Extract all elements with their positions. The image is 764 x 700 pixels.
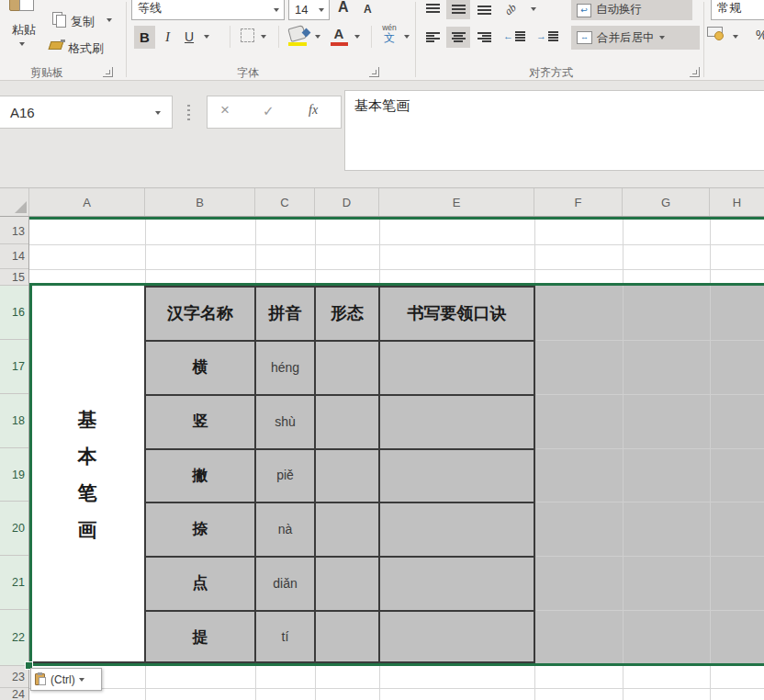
header-cell-B16[interactable]: 汉字名称 xyxy=(145,286,255,340)
cell-H19[interactable] xyxy=(710,448,764,502)
decrease-indent-button[interactable]: ← xyxy=(503,30,525,41)
column-header-F[interactable]: F xyxy=(534,188,623,217)
paste-caret-icon[interactable] xyxy=(19,42,25,46)
cell-E17[interactable] xyxy=(379,340,534,394)
column-header-B[interactable]: B xyxy=(145,188,255,217)
cell-H16[interactable] xyxy=(710,286,764,340)
cell-D18[interactable] xyxy=(315,394,379,448)
row-header-17[interactable]: 17 xyxy=(0,340,29,394)
row-header-15[interactable]: 15 xyxy=(0,269,29,286)
column-header-H[interactable]: H xyxy=(710,188,764,217)
enter-button[interactable]: ✓ xyxy=(263,103,275,119)
name-box-drag-dots-icon[interactable] xyxy=(187,105,190,121)
cell-B22[interactable]: 提 xyxy=(145,610,255,663)
cell-C20[interactable]: nà xyxy=(255,502,315,556)
column-header-A[interactable]: A xyxy=(29,188,145,217)
row-header-18[interactable]: 18 xyxy=(0,394,29,448)
cell-F18[interactable] xyxy=(534,394,623,448)
insert-function-button[interactable]: fx xyxy=(309,103,318,118)
paste-button[interactable]: 粘贴 xyxy=(6,22,42,39)
row-header-24[interactable]: 24 xyxy=(0,688,29,700)
cell-H21[interactable] xyxy=(710,556,764,610)
borders-caret-icon[interactable] xyxy=(261,35,266,39)
empty-cells-region-bottom[interactable] xyxy=(29,666,764,700)
row-header-21[interactable]: 21 xyxy=(0,556,29,610)
bold-button[interactable]: B xyxy=(134,26,155,49)
cell-F22[interactable] xyxy=(534,610,623,663)
cell-D19[interactable] xyxy=(315,448,379,502)
cell-F20[interactable] xyxy=(534,502,623,556)
column-header-E[interactable]: E xyxy=(379,188,534,217)
format-painter-button[interactable]: 格式刷 xyxy=(68,40,104,57)
font-dialog-launcher-icon[interactable] xyxy=(369,67,379,77)
row-header-16[interactable]: 16 xyxy=(0,286,29,340)
align-left-button[interactable] xyxy=(421,27,444,48)
column-header-D[interactable]: D xyxy=(315,188,379,217)
clipboard-dialog-launcher-icon[interactable] xyxy=(103,67,113,77)
cell-F16[interactable] xyxy=(534,286,623,340)
merge-center-caret-icon[interactable] xyxy=(659,36,665,40)
paste-options-caret-icon[interactable] xyxy=(79,678,84,682)
cell-G20[interactable] xyxy=(623,502,710,556)
formula-input[interactable]: 基本笔画 xyxy=(344,90,764,171)
cell-C18[interactable]: shù xyxy=(255,394,315,448)
row-header-13[interactable]: 13 xyxy=(0,220,29,244)
cell-H17[interactable] xyxy=(710,340,764,394)
cell-G22[interactable] xyxy=(623,610,710,663)
cell-G19[interactable] xyxy=(623,448,710,502)
cell-H18[interactable] xyxy=(710,394,764,448)
row-header-22[interactable]: 22 xyxy=(0,610,29,666)
column-header-C[interactable]: C xyxy=(255,188,315,217)
align-center-button[interactable] xyxy=(446,27,470,48)
percent-style-button[interactable]: % xyxy=(756,28,764,42)
copy-button[interactable]: 复制 xyxy=(71,14,95,30)
cell-F17[interactable] xyxy=(534,340,623,394)
cell-H22[interactable] xyxy=(710,610,764,663)
row-header-14[interactable]: 14 xyxy=(0,244,29,269)
increase-indent-button[interactable]: → xyxy=(536,30,558,41)
grow-font-button[interactable]: A xyxy=(338,0,349,16)
accounting-format-button[interactable] xyxy=(707,27,725,41)
cell-G16[interactable] xyxy=(623,286,710,340)
header-cell-D16[interactable]: 形态 xyxy=(315,286,379,340)
fill-color-caret-icon[interactable] xyxy=(315,35,320,39)
cell-D17[interactable] xyxy=(315,340,379,394)
wrap-text-button[interactable]: ↩ 自动换行 xyxy=(571,0,692,20)
font-size-caret-icon[interactable] xyxy=(319,8,324,12)
name-box[interactable]: A16 xyxy=(0,96,173,129)
shrink-font-button[interactable]: A xyxy=(364,3,372,16)
cell-G17[interactable] xyxy=(623,340,710,394)
font-color-button[interactable]: A xyxy=(329,26,349,42)
cell-D21[interactable] xyxy=(315,556,379,610)
cell-E18[interactable] xyxy=(379,394,534,448)
cell-G21[interactable] xyxy=(623,556,710,610)
cell-C22[interactable]: tí xyxy=(255,610,315,663)
font-size-combobox[interactable]: 14 xyxy=(288,0,330,20)
alignment-dialog-launcher-icon[interactable] xyxy=(690,67,700,77)
column-header-G[interactable]: G xyxy=(623,188,710,217)
number-format-combobox[interactable]: 常规 xyxy=(711,0,764,20)
copy-caret-icon[interactable] xyxy=(107,18,112,22)
row-header-20[interactable]: 20 xyxy=(0,502,29,556)
name-box-caret-icon[interactable] xyxy=(155,111,161,115)
cell-G18[interactable] xyxy=(623,394,710,448)
align-top-button[interactable] xyxy=(421,0,444,19)
cell-C17[interactable]: héng xyxy=(255,340,315,394)
cell-E20[interactable] xyxy=(379,502,534,556)
underline-caret-icon[interactable] xyxy=(204,35,209,39)
font-color-caret-icon[interactable] xyxy=(354,35,360,39)
row-header-19[interactable]: 19 xyxy=(0,448,29,502)
paste-options-button[interactable]: (Ctrl) xyxy=(30,668,102,691)
empty-cells-region-top[interactable] xyxy=(29,220,764,286)
cancel-button[interactable]: × xyxy=(220,101,230,119)
cell-H20[interactable] xyxy=(710,502,764,556)
phonetic-caret-icon[interactable] xyxy=(404,35,410,39)
cell-F21[interactable] xyxy=(534,556,623,610)
cell-D22[interactable] xyxy=(315,610,379,663)
cell-B19[interactable]: 撇 xyxy=(145,448,255,502)
cell-C21[interactable]: diǎn xyxy=(255,556,315,610)
align-bottom-button[interactable] xyxy=(472,0,496,19)
align-middle-button[interactable] xyxy=(446,0,470,19)
borders-icon[interactable] xyxy=(241,28,254,42)
cell-D20[interactable] xyxy=(315,502,379,556)
